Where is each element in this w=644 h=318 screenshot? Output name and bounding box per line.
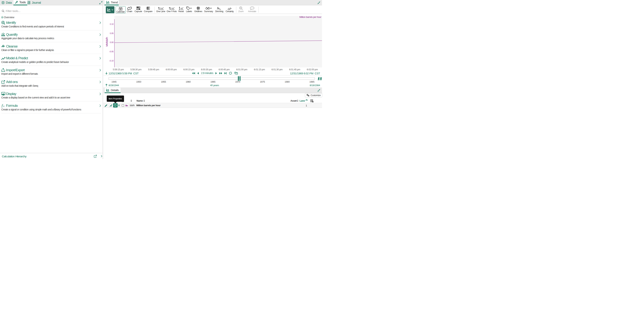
svg-text:x: x xyxy=(3,104,4,107)
svg-text:f: f xyxy=(2,104,3,108)
